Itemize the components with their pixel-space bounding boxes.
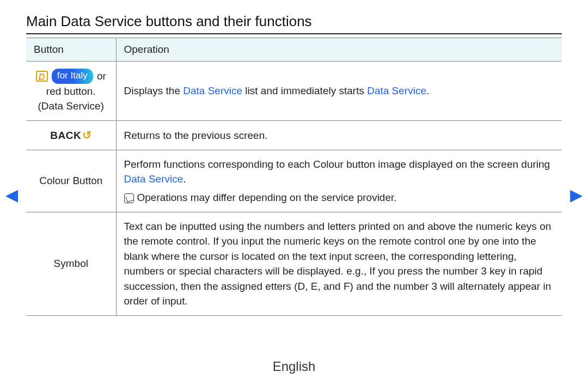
d-button-icon: D [36, 71, 48, 82]
or-text: or [94, 70, 106, 82]
buttons-table: Button Operation D for Italy or red butt… [26, 38, 562, 316]
note-icon [124, 193, 134, 203]
next-page-arrow[interactable]: ▶ [570, 185, 583, 204]
cell-button-back: BACK↻ [26, 120, 116, 150]
op-text: list and immediately starts [242, 85, 367, 96]
prev-page-arrow[interactable]: ◀ [5, 185, 18, 204]
cell-button-data-service: D for Italy or red button. (Data Service… [26, 62, 116, 121]
red-button-text: red button. [34, 84, 108, 99]
manual-page: Main Data Service buttons and their func… [0, 0, 588, 384]
op-text: Perform functions corresponding to each … [124, 159, 550, 170]
table-row: BACK↻ Returns to the previous screen. [26, 120, 562, 150]
cell-operation-colour: Perform functions corresponding to each … [116, 150, 562, 212]
data-service-paren: (Data Service) [34, 99, 108, 114]
cell-button-colour: Colour Button [26, 150, 116, 212]
table-row: Colour Button Perform functions correspo… [26, 150, 562, 212]
footer-language: English [0, 359, 588, 374]
cell-operation-symbol: Text can be inputted using the numbers a… [116, 212, 562, 315]
cell-operation-back: Returns to the previous screen. [116, 120, 562, 150]
header-button: Button [26, 38, 116, 62]
op-text: . [426, 85, 429, 96]
back-arrow-icon: ↻ [82, 127, 91, 143]
op-text: . [183, 173, 186, 185]
table-row: Symbol Text can be inputted using the nu… [26, 212, 562, 315]
table-row: D for Italy or red button. (Data Service… [26, 62, 562, 121]
cell-operation-data-service: Displays the Data Service list and immed… [116, 62, 562, 121]
for-italy-pill: for Italy [52, 69, 93, 84]
page-title: Main Data Service buttons and their func… [26, 13, 562, 34]
note-text: Operations may differ depending on the s… [137, 192, 397, 203]
header-operation: Operation [116, 38, 562, 62]
data-service-link: Data Service [124, 173, 183, 185]
data-service-link: Data Service [367, 85, 426, 96]
data-service-link: Data Service [183, 85, 242, 96]
table-header-row: Button Operation [26, 38, 562, 62]
cell-button-symbol: Symbol [26, 212, 116, 315]
op-text: Displays the [124, 85, 183, 96]
back-label: BACK [50, 130, 81, 141]
